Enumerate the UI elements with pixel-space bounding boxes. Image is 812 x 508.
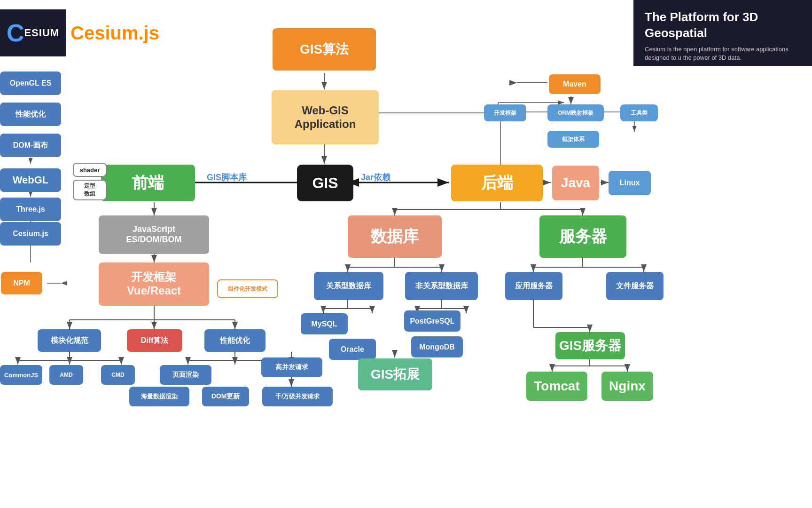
npm-box: NPM: [1, 272, 42, 294]
high-concur-box: 高并发请求: [261, 357, 322, 377]
million-req-box: 千/万级并发请求: [262, 387, 333, 406]
frontend-box: 前端: [101, 165, 195, 201]
tomcat-box: Tomcat: [526, 372, 587, 401]
platform-title: The Platform for 3D Geospatial: [645, 9, 801, 41]
gis-server-box: GIS服务器: [555, 332, 625, 359]
relational-db-box: 关系型数据库: [314, 272, 383, 300]
mysql-box: MySQL: [301, 313, 348, 334]
perf-opt-box: 性能优化: [204, 329, 265, 352]
linux-box: Linux: [609, 171, 651, 195]
cesium-brand: Cesium.js: [70, 23, 159, 44]
database-box: 数据库: [348, 215, 442, 258]
app-server-box: 应用服务器: [505, 272, 562, 300]
maven-box: Maven: [549, 74, 601, 94]
opengl-box: OpenGL ES: [0, 71, 61, 95]
gis-expand-box: GIS拓展: [358, 358, 432, 390]
gis-algo-box: GIS算法: [273, 28, 376, 71]
jar-dep-label: Jar依赖: [361, 172, 390, 183]
threejs-box: Three.js: [0, 198, 61, 221]
webgl-box: WebGL: [0, 168, 61, 192]
performance-box: 性能优化: [0, 103, 61, 126]
modular-box: 模块化规范: [38, 329, 101, 352]
page-render-box: 页面渲染: [160, 365, 211, 385]
java-box: Java: [552, 166, 599, 200]
shader-box: shader: [73, 163, 107, 177]
cmd-box: CMD: [101, 365, 135, 385]
mongodb-box: MongoDB: [411, 336, 463, 357]
dev-framework-box: 开发框架 Vue/React: [99, 262, 209, 306]
tools-box: 工具类: [620, 104, 658, 121]
diff-algo-box: Diff算法: [127, 329, 182, 352]
web-gis-box: Web-GIS Application: [272, 90, 379, 144]
dom-update-box: DOM更新: [202, 387, 249, 406]
js-es-box: JavaScript ES/DOM/BOM: [99, 215, 209, 254]
platform-overlay: The Platform for 3D Geospatial Cesium is…: [633, 0, 812, 66]
cesium-logo-box: C ESIUM: [0, 9, 66, 56]
backend-box: 后端: [451, 165, 543, 201]
cesium-logo: C ESIUM Cesium.js: [0, 9, 159, 56]
amd-box: AMD: [49, 365, 83, 385]
postgresql-box: PostGreSQL: [404, 310, 461, 332]
dom-canvas-box: DOM-画布: [0, 134, 61, 157]
gis-script-label: GIS脚本库: [207, 172, 247, 183]
non-relational-db-box: 非关系型数据库: [405, 272, 478, 300]
file-server-box: 文件服务器: [606, 272, 664, 300]
oracle-box: Oracle: [329, 339, 376, 360]
server-box: 服务器: [539, 215, 626, 258]
orm-box: ORM映射框架: [547, 104, 604, 121]
cesiumjs-box: Cesium.js: [0, 222, 61, 246]
mass-render-box: 海量数据渲染: [129, 387, 189, 406]
component-mode-box: 组件化开发模式: [217, 279, 278, 298]
fixed-data-box: 定型 数组: [73, 180, 107, 200]
framework-sys-box: 框架体系: [547, 131, 599, 148]
platform-description: Cesium is the open platform for software…: [645, 45, 801, 62]
dev-fw-box: 开发框架: [484, 104, 526, 121]
gis-center-box: GIS: [297, 165, 353, 201]
commonjs-box: CommonJS: [0, 365, 42, 385]
nginx-box: Nginx: [601, 372, 653, 401]
